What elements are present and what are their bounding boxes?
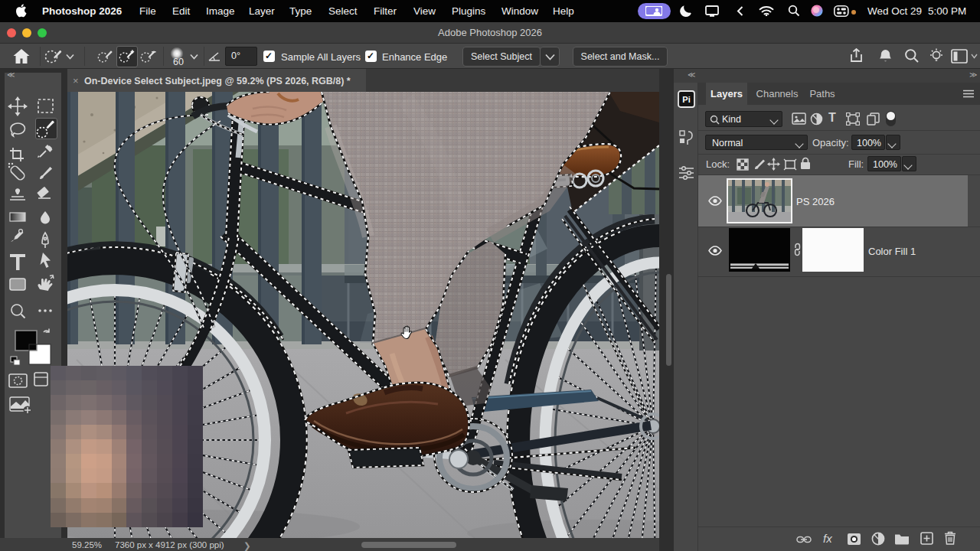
svg-text:Pi: Pi [682,95,690,104]
